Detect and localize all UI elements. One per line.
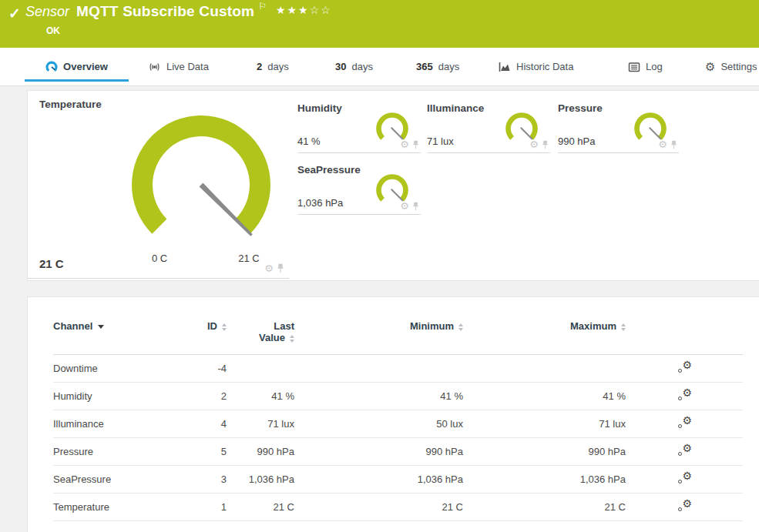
gauge-needle [391, 189, 403, 201]
column-label: Maximum [570, 320, 616, 332]
cell-maximum: 990 hPa [463, 438, 626, 466]
cell-maximum: 71 lux [463, 410, 626, 438]
tab-overview[interactable]: Overview [25, 48, 129, 85]
cell-id: -4 [176, 355, 227, 383]
column-label: ID [207, 320, 217, 332]
gauge-tile-temperature: Temperature 0 C 21 C 21 C ⚙ [28, 91, 289, 279]
sort-caret-icon [98, 325, 104, 329]
tab-bar: Overview Live Data 2 days 30 days 365 da… [0, 48, 759, 86]
cell-minimum [294, 355, 463, 383]
channel-settings-icon[interactable]: ⚙ [678, 417, 692, 429]
channel-title: Temperature [39, 99, 102, 110]
gauge-tile-humidity: Humidity 41 % ⚙ [297, 99, 421, 153]
channel-value: 990 hPa [558, 136, 595, 147]
log-list-icon [628, 61, 640, 73]
channel-settings-icon[interactable]: ⚙ [678, 500, 692, 512]
cell-maximum [463, 355, 626, 383]
cell-id: 3 [176, 466, 227, 494]
gauge-settings-gear-icon[interactable]: ⚙ [400, 139, 409, 149]
column-label: Value [259, 332, 285, 343]
stars-empty: ☆☆ [310, 4, 332, 16]
channel-settings-icon[interactable]: ⚙ [678, 389, 692, 401]
sensor-status-banner: ✓ Sensor MQTT Subscribe Custom ⚐ ★★★☆☆ O… [0, 0, 759, 48]
sort-icon [621, 323, 626, 331]
channels-table-card: Channel ID Last Value Minimum Maximum [27, 296, 759, 532]
channel-settings-icon[interactable]: ⚙ [678, 472, 692, 484]
column-header-id[interactable]: ID [176, 317, 227, 355]
cell-id: 4 [176, 410, 227, 438]
channel-value: 41 % [297, 136, 321, 147]
cell-last-value [227, 355, 294, 383]
gauge-settings-gear-icon[interactable]: ⚙ [264, 263, 274, 273]
tab-label: Live Data [166, 61, 209, 72]
cell-channel[interactable]: Humidity [53, 383, 176, 410]
cell-last-value: 1,036 hPa [227, 466, 294, 494]
channel-title: Humidity [297, 102, 342, 114]
sort-icon [290, 335, 294, 343]
tab-historic-data[interactable]: Historic Data [499, 48, 573, 85]
cell-channel[interactable]: Pressure [53, 438, 176, 466]
cell-channel[interactable]: Temperature [53, 494, 176, 521]
cell-minimum: 990 hPa [294, 438, 463, 466]
pin-icon[interactable] [277, 263, 284, 273]
table-row: Temperature 1 21 C 21 C 21 C ⚙ [53, 494, 743, 521]
gauge-settings-gear-icon[interactable]: ⚙ [658, 139, 667, 149]
tab-live-data[interactable]: Live Data [148, 48, 209, 85]
table-row: Illuminance 4 71 lux 50 lux 71 lux ⚙ [53, 410, 743, 438]
column-header-last-value[interactable]: Last Value [227, 317, 294, 355]
tab-label: Log [646, 61, 663, 72]
tab-label: Settings [720, 61, 757, 72]
channel-settings-icon[interactable]: ⚙ [678, 444, 692, 457]
column-header-maximum[interactable]: Maximum [463, 317, 626, 355]
column-header-minimum[interactable]: Minimum [294, 317, 463, 355]
column-label: Minimum [410, 320, 454, 332]
ok-check-icon: ✓ [8, 5, 21, 22]
channels-table: Channel ID Last Value Minimum Maximum [53, 317, 743, 521]
column-header-channel[interactable]: Channel [53, 317, 176, 355]
gauge-icon [45, 61, 58, 73]
tab-2-days[interactable]: 2 days [257, 48, 289, 85]
tab-label: Historic Data [516, 61, 573, 72]
cell-last-value: 990 hPa [227, 438, 294, 466]
cell-maximum: 1,036 hPa [463, 466, 626, 494]
tab-365-days[interactable]: 365 days [416, 48, 459, 85]
tab-number: 365 [416, 61, 433, 72]
gauge-settings-gear-icon[interactable]: ⚙ [400, 201, 409, 211]
gauge-needle [650, 128, 661, 139]
gear-icon: ⚙ [705, 60, 715, 74]
gauge-max-label: 21 C [233, 253, 265, 264]
tab-log[interactable]: Log [628, 48, 663, 85]
cell-id: 5 [176, 438, 227, 466]
channel-value: 71 lux [427, 136, 454, 147]
cell-minimum: 50 lux [294, 410, 463, 438]
cell-channel[interactable]: Downtime [53, 355, 176, 383]
cell-id: 2 [176, 383, 227, 410]
pin-icon[interactable] [670, 140, 677, 149]
column-label: Last [227, 320, 294, 332]
tab-30-days[interactable]: 30 days [335, 48, 373, 85]
channel-title: SeaPressure [297, 164, 361, 176]
cell-last-value: 21 C [227, 494, 294, 521]
pin-icon[interactable] [412, 140, 419, 149]
column-label: Channel [53, 320, 92, 332]
priority-stars[interactable]: ★★★☆☆ [276, 4, 332, 16]
tab-number: 30 [335, 61, 346, 72]
table-header-row: Channel ID Last Value Minimum Maximum [53, 317, 743, 355]
tab-settings[interactable]: ⚙ Settings [705, 48, 757, 85]
pin-icon[interactable] [542, 140, 549, 149]
gauge-needle [521, 128, 532, 139]
channel-settings-icon[interactable]: ⚙ [678, 361, 692, 373]
pin-icon[interactable] [412, 202, 419, 211]
status-badge: OK [46, 25, 60, 36]
cell-channel[interactable]: SeaPressure [53, 466, 176, 494]
sort-icon [458, 323, 463, 331]
stars-filled: ★★★ [276, 4, 310, 16]
channel-value: 1,036 hPa [297, 197, 343, 209]
object-kind-label: Sensor [25, 4, 69, 20]
sort-icon [222, 323, 227, 331]
cell-channel[interactable]: Illuminance [53, 410, 176, 438]
gauge-settings-gear-icon[interactable]: ⚙ [529, 139, 539, 149]
gauge-tile-pressure: Pressure 990 hPa ⚙ [558, 99, 679, 153]
cell-maximum: 41 % [463, 383, 626, 410]
temperature-gauge [124, 108, 278, 262]
